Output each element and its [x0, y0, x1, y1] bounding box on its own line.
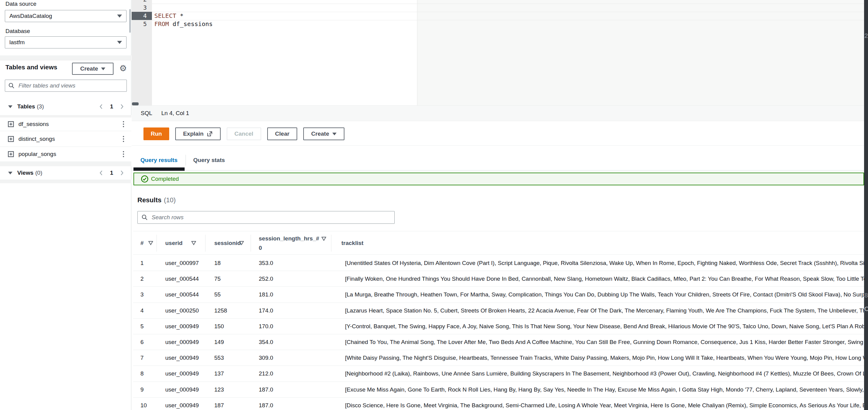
tables-section-count: (3)	[37, 103, 44, 110]
sql-keyword: FROM	[154, 20, 169, 28]
cell-tracklist: [Finally Woken, One Hundred Things You S…	[345, 271, 864, 287]
cell-row-number: 3	[141, 287, 144, 302]
chevron-down-icon	[101, 67, 105, 70]
sql-text: df_sessions	[169, 20, 213, 28]
active-line-top-border	[152, 12, 868, 12]
cell-row-number: 9	[141, 382, 144, 398]
cancel-button[interactable]: Cancel	[227, 127, 261, 140]
query-status-banner: Completed	[133, 173, 864, 185]
cell-tracklist: [Disco Science, Here Is Gone, Meet Virgi…	[345, 398, 864, 410]
editor-line-rule	[152, 4, 868, 4]
section-divider	[0, 162, 131, 166]
column-header-session-length[interactable]: session_length_hrs_# 0	[259, 231, 319, 255]
results-count: (10)	[164, 196, 176, 204]
cell-session-length: 187.0	[259, 382, 273, 398]
column-header-sessionid[interactable]: sessionid	[214, 231, 241, 255]
create-dropdown-button[interactable]: Create	[303, 127, 344, 140]
table-item-df-sessions[interactable]: df_sessions	[0, 117, 131, 131]
sidebar-scrollbar-thumb[interactable]	[129, 9, 131, 33]
sort-icon[interactable]	[191, 241, 196, 245]
clear-button[interactable]: Clear	[267, 127, 298, 140]
table-name: distinct_songs	[19, 136, 55, 142]
column-divider	[205, 235, 206, 252]
cell-sessionid: 150	[214, 319, 224, 334]
tables-section-header[interactable]: Tables (3) 1	[0, 100, 131, 113]
editor-hscrollbar-thumb[interactable]	[132, 102, 138, 106]
collapse-caret-icon[interactable]	[8, 172, 12, 174]
editor-statusbar: SQL Ln 4, Col 1	[132, 106, 868, 121]
cell-tracklist: [Excuse Me Miss Again, Gone To Earth, Ro…	[345, 382, 864, 398]
search-rows-input[interactable]	[151, 214, 391, 221]
table-item-popular-songs[interactable]: popular_songs	[0, 147, 131, 162]
column-label-line2: 0	[259, 243, 262, 253]
cell-session-length: 170.0	[259, 319, 273, 334]
column-header-index[interactable]: #	[141, 231, 144, 255]
cell-userid: user_000949	[165, 382, 199, 398]
chevron-left-icon[interactable]	[99, 170, 103, 176]
views-page-number: 1	[110, 170, 113, 176]
cell-userid: user_000949	[165, 319, 199, 334]
cell-tracklist: [La Murga, Breathe Through, Heathen Town…	[345, 287, 864, 302]
code-line-5: FROM df_sessions	[154, 20, 213, 28]
table-row: 6user_000949149354.0[Chained To You, The…	[133, 334, 868, 350]
sql-text: *	[176, 12, 183, 19]
expand-plus-icon[interactable]	[8, 136, 14, 142]
sql-keyword: SELECT	[154, 12, 176, 19]
chevron-left-icon[interactable]	[99, 104, 103, 110]
database-select[interactable]: lastfm	[5, 36, 126, 49]
kebab-menu-icon[interactable]	[123, 121, 124, 127]
data-source-select[interactable]: AwsDataCatalog	[5, 10, 126, 22]
cell-row-number: 10	[141, 398, 147, 410]
views-section-header[interactable]: Views (0) 1	[0, 166, 131, 180]
cell-session-length: 174.0	[259, 303, 273, 319]
kebab-menu-icon[interactable]	[123, 151, 124, 157]
cell-row-number: 8	[141, 366, 144, 382]
column-divider	[331, 235, 332, 252]
sql-editor[interactable]: 2 3 4 5 SELECT * FROM df_sessions	[132, 0, 868, 106]
chevron-right-icon[interactable]	[120, 170, 124, 176]
cell-row-number: 7	[141, 350, 144, 366]
cell-userid: user_000949	[165, 366, 199, 382]
table-item-distinct-songs[interactable]: distinct_songs	[0, 131, 131, 147]
tab-query-stats[interactable]: Query stats	[186, 150, 232, 171]
chevron-down-icon	[117, 14, 122, 18]
cell-row-number: 6	[141, 334, 144, 350]
table-name: df_sessions	[19, 121, 49, 127]
tab-query-results[interactable]: Query results	[133, 150, 185, 171]
cell-session-length: 181.0	[259, 287, 273, 302]
create-table-button[interactable]: Create	[72, 63, 114, 75]
cell-session-length: 212.0	[259, 366, 273, 382]
cell-userid: user_000997	[165, 255, 199, 271]
panel-divider	[132, 145, 868, 146]
print-margin-ruler	[417, 0, 417, 106]
collapse-caret-icon[interactable]	[8, 106, 12, 108]
results-title: Results(10)	[137, 196, 176, 204]
expand-plus-icon[interactable]	[8, 151, 14, 157]
cell-sessionid: 75	[214, 271, 221, 287]
filter-tables-input[interactable]	[18, 82, 123, 89]
results-tabs: Query results Query stats	[132, 150, 868, 171]
gear-icon[interactable]: ⚙	[119, 64, 127, 73]
editor-gutter: 2 3 4 5	[132, 0, 152, 106]
sort-icon[interactable]	[321, 236, 326, 241]
tables-pagination: 1	[99, 103, 131, 110]
results-table-header: # userid sessionid session_length_hrs_# …	[133, 231, 868, 255]
kebab-menu-icon[interactable]	[123, 136, 124, 142]
column-divider	[156, 235, 157, 252]
chevron-right-icon[interactable]	[120, 104, 124, 110]
column-header-userid[interactable]: userid	[165, 231, 183, 255]
run-button[interactable]: Run	[144, 127, 169, 140]
explain-button[interactable]: Explain	[175, 127, 221, 140]
line-number: 3	[132, 4, 152, 12]
column-header-tracklist[interactable]: tracklist	[341, 231, 364, 255]
cell-row-number: 4	[141, 303, 144, 319]
tables-views-title: Tables and views	[5, 64, 57, 71]
tables-page-number: 1	[110, 103, 113, 110]
expand-plus-icon[interactable]	[8, 121, 14, 127]
section-divider	[0, 180, 131, 183]
sort-icon[interactable]	[239, 241, 244, 245]
cursor-position: Ln 4, Col 1	[161, 110, 189, 117]
sort-icon[interactable]	[148, 241, 153, 245]
section-divider	[0, 115, 131, 117]
tables-section-label: Tables	[17, 103, 35, 110]
